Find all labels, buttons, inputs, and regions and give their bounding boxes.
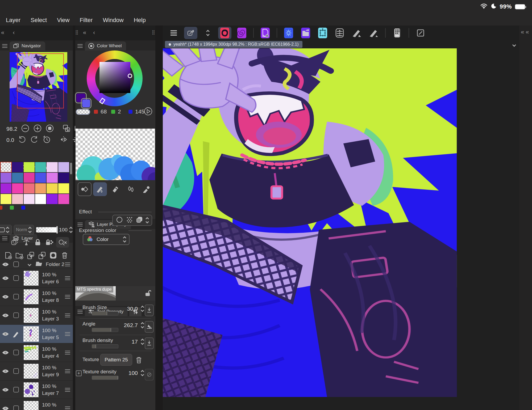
lock-transparent-pixels-button[interactable] <box>44 239 55 246</box>
color-swatch[interactable] <box>1 194 11 204</box>
row-drag-handle-icon[interactable] <box>65 332 70 336</box>
zoom-reset-button[interactable] <box>45 124 54 134</box>
color-swatch[interactable] <box>35 173 46 183</box>
layer-row[interactable]: 100 %Layer 9 <box>0 362 73 381</box>
visibility-eye-icon[interactable] <box>0 262 11 267</box>
color-swatch[interactable] <box>12 173 23 183</box>
texture-delete-icon[interactable] <box>135 356 142 365</box>
row-drag-handle-icon[interactable] <box>65 407 70 410</box>
merge-down-button[interactable] <box>37 251 47 259</box>
texture-density-slider[interactable] <box>92 376 118 380</box>
slider-stepper[interactable] <box>141 306 144 311</box>
layer-checkbox[interactable] <box>11 368 21 374</box>
new-page-button[interactable] <box>259 27 272 39</box>
eyedropper-tool-button[interactable] <box>139 182 153 196</box>
menu-view[interactable]: View <box>57 17 69 24</box>
texture-pattern-button[interactable]: Pattern 25 <box>100 354 132 366</box>
canvas-tab[interactable]: yeahh* (1748 x 1994px 300dpi 98.2% : RGB… <box>165 41 302 48</box>
canvas-tab-chevron-icon[interactable] <box>513 43 516 47</box>
color-swatch[interactable] <box>1 183 11 193</box>
sv-cursor[interactable] <box>128 74 132 78</box>
layer-opacity-slider[interactable] <box>36 227 57 233</box>
lock-layer-button[interactable] <box>33 239 43 246</box>
color-swatch[interactable] <box>47 194 57 204</box>
slider-track[interactable] <box>92 328 118 332</box>
layer-thumbnail[interactable] <box>23 401 39 410</box>
layer-checkbox[interactable] <box>11 350 21 355</box>
color-swatch[interactable] <box>24 194 35 204</box>
layer-row[interactable]: 100 %Layer 8 <box>0 288 73 306</box>
object-picker-tool-button[interactable] <box>184 27 197 39</box>
row-drag-handle-icon[interactable] <box>65 369 70 373</box>
unlock-icon[interactable] <box>145 289 151 298</box>
visibility-eye-icon[interactable] <box>0 332 11 336</box>
panel-stack-button[interactable] <box>333 27 346 39</box>
editing-pencil-icon[interactable] <box>11 331 21 337</box>
color-swatch[interactable] <box>58 183 69 193</box>
texture-density-stepper[interactable] <box>141 370 144 376</box>
sub-color-swatch[interactable] <box>82 99 90 107</box>
menu-filter[interactable]: Filter <box>80 17 93 24</box>
layer-checkbox[interactable] <box>11 312 21 318</box>
color-swatch[interactable] <box>47 183 57 193</box>
drag-handle2-icon[interactable]: ⦙⦙ <box>152 29 155 36</box>
layer-mask-button[interactable] <box>48 251 58 259</box>
color-wheel-menu-icon[interactable] <box>77 44 83 48</box>
transparent-color-button[interactable] <box>76 109 90 115</box>
eraser-tool-button[interactable] <box>109 182 122 196</box>
row-drag-handle-icon[interactable] <box>65 263 70 266</box>
numeric-keypad-button[interactable] <box>390 27 404 39</box>
rotate-left-button[interactable] <box>18 135 26 145</box>
tab-navigator[interactable]: Navigator <box>10 41 45 50</box>
stylus-pressure-button[interactable] <box>145 337 154 349</box>
registered-color-chip[interactable] <box>10 206 14 210</box>
hamburger-menu-button[interactable] <box>167 27 180 39</box>
expression-color-dropdown[interactable]: Color <box>83 234 130 245</box>
registered-color-chip[interactable] <box>0 206 2 210</box>
menu-select[interactable]: Select <box>31 17 47 24</box>
menu-layer[interactable]: Layer <box>6 17 20 24</box>
special-effect-button[interactable] <box>282 27 295 39</box>
reference-layer-button[interactable] <box>56 237 69 248</box>
export-folder-button[interactable] <box>299 27 312 39</box>
color-history-scrollbar[interactable] <box>70 163 72 174</box>
layer-property-menu-icon[interactable] <box>77 223 83 226</box>
zoom-out-button[interactable] <box>21 124 30 134</box>
expand-chevrons-button[interactable] <box>201 27 214 39</box>
color-swatch[interactable] <box>1 173 11 183</box>
border-effect-button[interactable] <box>116 216 123 224</box>
layer-color-button[interactable] <box>136 216 143 224</box>
visibility-eye-icon[interactable] <box>0 276 11 280</box>
panel-divider[interactable] <box>73 26 75 410</box>
slider-stepper[interactable] <box>141 339 144 344</box>
new-folder-button[interactable] <box>14 251 24 259</box>
visibility-eye-icon[interactable] <box>0 406 11 410</box>
row-drag-handle-icon[interactable] <box>65 388 70 392</box>
decoration-tool-red-button[interactable] <box>218 27 231 39</box>
effect-stepper[interactable] <box>146 218 148 223</box>
layer-checkbox[interactable] <box>11 261 21 267</box>
color-swatch[interactable] <box>47 162 57 172</box>
folder-chevron-icon[interactable] <box>28 262 31 267</box>
layer-thumbnail[interactable] <box>23 363 39 379</box>
texture-density-dynamics-button[interactable] <box>145 369 154 381</box>
drops-tool-button[interactable] <box>124 182 138 196</box>
navigator-thumbnail[interactable] <box>10 52 67 122</box>
layer-row[interactable]: 100 %Layer 3 <box>0 306 73 325</box>
drag-handle-icon[interactable]: ⦙⦙ <box>76 29 78 36</box>
color-model-toggle-button[interactable] <box>144 107 153 117</box>
new-layer-button[interactable] <box>3 251 13 259</box>
folder-row[interactable]: Folder 2 <box>0 260 73 269</box>
layer-row[interactable]: 100 %Layer 6 <box>0 269 73 288</box>
transfer-to-lower-layer-button[interactable] <box>26 251 36 259</box>
stylus-pressure-button[interactable] <box>145 305 154 316</box>
opacity-stepper[interactable] <box>70 227 72 233</box>
layer-row[interactable]: 100 %Layer 4 <box>0 343 73 362</box>
color-swatch[interactable] <box>35 183 46 193</box>
layer-thumbnail[interactable] <box>23 270 39 286</box>
color-swatch[interactable] <box>35 162 46 172</box>
layer-thumbnail[interactable] <box>23 345 39 360</box>
reset-rotation-button[interactable] <box>42 135 51 145</box>
layer-checkbox[interactable] <box>11 387 21 392</box>
draft-layer-button[interactable] <box>21 238 31 246</box>
